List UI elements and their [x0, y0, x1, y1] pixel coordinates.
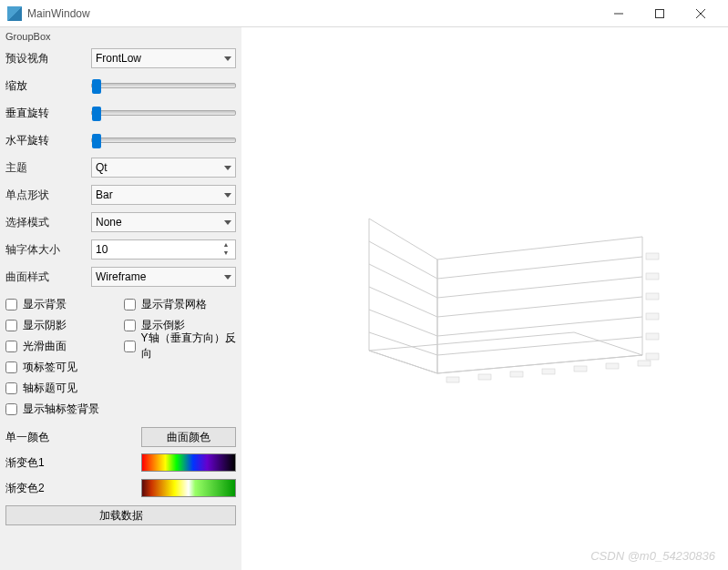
slider-thumb[interactable]: [92, 107, 101, 121]
fontsize-spinner[interactable]: 10 ▲▼: [91, 239, 236, 260]
svg-line-13: [437, 297, 642, 317]
surfstyle-combo[interactable]: Wireframe: [91, 267, 236, 287]
svg-line-7: [369, 287, 437, 317]
theme-value: Qt: [96, 161, 108, 174]
grad2-label: 渐变色2: [5, 481, 138, 496]
surfstyle-label: 曲面样式: [5, 270, 87, 285]
theme-label: 主题: [5, 160, 87, 176]
groupbox-label: GroupBox: [5, 31, 236, 42]
window-controls: [598, 0, 721, 27]
hrot-slider[interactable]: [91, 137, 236, 143]
settings-panel: GroupBox 预设视角 FrontLow 缩放 垂直旋转 水平旋转 主题 Q…: [0, 27, 241, 570]
app-icon: [7, 6, 22, 21]
spin-down-icon[interactable]: ▼: [220, 250, 231, 258]
spin-up-icon[interactable]: ▲: [220, 242, 231, 249]
preset-label: 预设视角: [5, 51, 87, 66]
svg-rect-24: [478, 374, 491, 380]
selectmode-label: 选择模式: [5, 215, 87, 230]
window-title: MainWindow: [27, 7, 90, 20]
svg-rect-18: [646, 273, 659, 280]
zoom-slider[interactable]: [91, 83, 236, 88]
surface3d-view[interactable]: [351, 209, 661, 392]
chevron-down-icon: [224, 275, 231, 280]
svg-line-9: [369, 332, 437, 355]
svg-rect-29: [638, 361, 651, 366]
svg-rect-17: [646, 253, 659, 260]
svg-rect-1: [655, 9, 663, 17]
svg-rect-22: [646, 353, 659, 360]
chevron-down-icon: [224, 166, 231, 170]
svg-line-14: [437, 317, 642, 336]
chevron-down-icon: [224, 56, 231, 61]
svg-marker-16: [369, 332, 642, 373]
chevron-down-icon: [224, 193, 231, 198]
selectmode-value: None: [96, 216, 122, 229]
grad1-label: 渐变色1: [5, 455, 138, 471]
svg-rect-27: [574, 366, 587, 372]
gradient2-button[interactable]: [141, 479, 236, 497]
check-axis-title[interactable]: 轴标题可见: [5, 379, 236, 397]
svg-line-6: [369, 264, 437, 298]
svg-rect-19: [646, 293, 659, 300]
fontsize-label: 轴字体大小: [5, 242, 87, 258]
minimize-button[interactable]: [598, 0, 639, 27]
theme-combo[interactable]: Qt: [91, 158, 236, 178]
svg-rect-26: [542, 369, 555, 374]
svg-rect-21: [646, 333, 659, 340]
pointshape-value: Bar: [96, 188, 113, 201]
vrot-label: 垂直旋转: [5, 106, 87, 121]
zoom-label: 缩放: [5, 78, 87, 94]
surface-color-button[interactable]: 曲面颜色: [141, 427, 236, 447]
pointshape-combo[interactable]: Bar: [91, 185, 236, 205]
check-axis-label-bg[interactable]: 显示轴标签背景: [5, 400, 236, 418]
close-button[interactable]: [680, 0, 721, 27]
svg-line-15: [437, 337, 642, 355]
visualization-panel: CSDN @m0_54230836: [241, 27, 728, 570]
gradient1-button[interactable]: [141, 453, 236, 472]
maximize-button[interactable]: [639, 0, 680, 27]
preset-value: FrontLow: [96, 52, 141, 65]
watermark: CSDN @m0_54230836: [590, 549, 715, 563]
svg-rect-20: [646, 313, 659, 320]
svg-line-11: [437, 257, 642, 279]
window-titlebar: MainWindow: [0, 0, 728, 27]
check-show-bg[interactable]: 显示背景: [5, 295, 118, 313]
svg-rect-28: [606, 363, 619, 369]
single-color-label: 单一颜色: [5, 430, 138, 445]
check-yflip[interactable]: Y轴（垂直方向）反向: [124, 337, 237, 355]
load-data-button[interactable]: 加载数据: [5, 505, 236, 525]
fontsize-value: 10: [96, 243, 108, 256]
slider-thumb[interactable]: [92, 79, 101, 94]
svg-rect-23: [446, 377, 459, 382]
slider-thumb[interactable]: [92, 134, 101, 148]
svg-rect-25: [510, 372, 523, 377]
check-show-grid[interactable]: 显示背景网格: [124, 295, 237, 313]
preset-combo[interactable]: FrontLow: [91, 48, 236, 68]
surfstyle-value: Wireframe: [96, 270, 146, 283]
pointshape-label: 单点形状: [5, 188, 87, 203]
svg-line-8: [369, 310, 437, 336]
vrot-slider[interactable]: [91, 110, 236, 116]
chevron-down-icon: [224, 220, 231, 225]
check-item-label[interactable]: 项标签可见: [5, 358, 236, 376]
svg-line-12: [437, 277, 642, 298]
selectmode-combo[interactable]: None: [91, 212, 236, 232]
check-show-shadow[interactable]: 显示阴影: [5, 316, 118, 334]
svg-line-5: [369, 241, 437, 279]
hrot-label: 水平旋转: [5, 133, 87, 148]
check-smooth[interactable]: 光滑曲面: [5, 337, 118, 355]
